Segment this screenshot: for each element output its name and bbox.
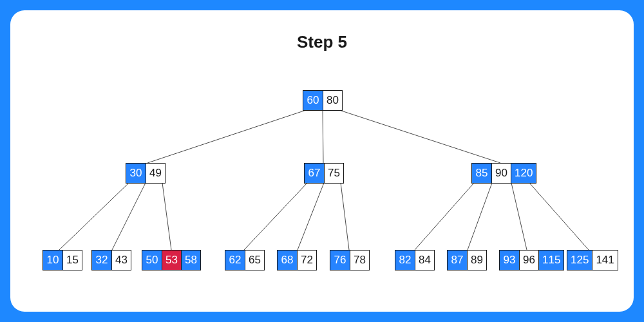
diagram-card: Step 5 608030496775859012010153243505358… <box>10 10 634 312</box>
key-cell: 76 <box>330 251 350 270</box>
key-cell: 125 <box>567 251 592 270</box>
key-cell: 82 <box>395 251 415 270</box>
key-cell: 72 <box>297 251 316 270</box>
key-cell: 67 <box>305 164 324 183</box>
key-cell: 75 <box>324 164 343 183</box>
key-cell: 15 <box>62 251 82 270</box>
key-cell: 80 <box>323 91 342 110</box>
key-cell: 84 <box>415 251 434 270</box>
node-l1: 1015 <box>43 250 82 270</box>
node-l6: 7678 <box>330 250 370 270</box>
key-cell: 141 <box>592 251 617 270</box>
key-cell: 90 <box>491 164 511 183</box>
tree-edge <box>339 110 500 163</box>
node-l9: 9396115 <box>499 250 564 270</box>
tree-edge <box>59 183 129 250</box>
tree-edge <box>162 183 171 250</box>
key-cell: 78 <box>350 251 369 270</box>
tree-edge <box>323 110 323 163</box>
key-cell: 53 <box>162 251 181 270</box>
key-cell: 93 <box>500 251 519 270</box>
node-l2: 3243 <box>91 250 131 270</box>
tree-edge <box>415 183 474 250</box>
key-cell: 96 <box>519 251 538 270</box>
tree-edge <box>147 110 306 163</box>
key-cell: 120 <box>511 164 536 183</box>
key-cell: 58 <box>181 251 200 270</box>
node-n2: 6775 <box>304 163 344 184</box>
node-l7: 8284 <box>395 250 435 270</box>
tree-edge <box>298 183 324 250</box>
tree-edge <box>529 183 589 250</box>
key-cell: 68 <box>278 251 297 270</box>
node-l4: 6265 <box>225 250 265 270</box>
node-l10: 125141 <box>567 250 618 270</box>
key-cell: 50 <box>142 251 162 270</box>
node-root: 6080 <box>303 90 343 111</box>
key-cell: 115 <box>538 251 564 270</box>
key-cell: 85 <box>472 164 491 183</box>
key-cell: 49 <box>146 164 165 183</box>
tree-edge <box>468 183 492 250</box>
node-l3: 505358 <box>142 250 201 270</box>
tree-edge <box>244 183 307 250</box>
key-cell: 60 <box>303 91 323 110</box>
key-cell: 30 <box>126 164 146 183</box>
key-cell: 43 <box>111 251 131 270</box>
key-cell: 89 <box>467 251 486 270</box>
key-cell: 10 <box>43 251 62 270</box>
node-n3: 8590120 <box>471 163 536 184</box>
node-l8: 8789 <box>447 250 487 270</box>
node-n1: 3049 <box>126 163 166 184</box>
tree-edge <box>511 183 527 250</box>
key-cell: 62 <box>225 251 245 270</box>
tree-edge <box>341 183 349 250</box>
node-l5: 6872 <box>277 250 317 270</box>
key-cell: 65 <box>245 251 264 270</box>
key-cell: 32 <box>92 251 111 270</box>
key-cell: 87 <box>448 251 467 270</box>
tree-edge <box>112 183 146 250</box>
